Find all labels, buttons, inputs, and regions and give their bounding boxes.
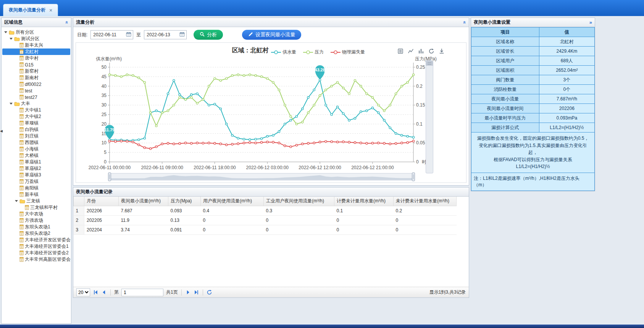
settings-panel-header: 夜间最小流量设置 »: [471, 18, 595, 27]
tree-node-G15[interactable]: G15: [2, 61, 70, 68]
tree-node-三龙镇[interactable]: 三龙镇: [2, 198, 70, 204]
records-cell: 0: [201, 225, 264, 234]
tree-node-大中镇1[interactable]: 大中镇1: [2, 107, 70, 113]
svg-text:25: 25: [102, 112, 107, 117]
expand-right-icon[interactable]: »: [589, 19, 592, 25]
tree-node-大中农场[interactable]: 大中农场: [2, 211, 70, 217]
tree-node-大丰[interactable]: 大丰: [2, 100, 70, 107]
tree-node-test[interactable]: test: [2, 87, 70, 94]
settings-row: 夜间最小流量7.687m³/h: [471, 94, 595, 104]
expand-arrow-icon[interactable]: [15, 199, 18, 203]
tree-node-草庙镇3[interactable]: 草庙镇3: [2, 172, 70, 178]
calendar-icon[interactable]: [179, 32, 185, 38]
tree-node-大丰港经开区管委会1[interactable]: 大丰港经开区管委会1: [2, 243, 70, 250]
date-to-input[interactable]: 2022-06-13: [144, 30, 187, 39]
settings-label: 夜间最小流量: [471, 94, 539, 104]
settings-label: 区域用户: [471, 56, 539, 66]
pager-separator: [181, 289, 182, 296]
records-row[interactable]: 32022043.740.0910000: [74, 225, 457, 234]
settings-label: 夜间最小流量时间: [471, 104, 539, 113]
svg-text:0.05: 0.05: [416, 140, 425, 145]
tree-node-label: 新窑村: [25, 68, 39, 74]
tree-node-label: 三龙镇和平村: [30, 204, 58, 211]
tree-node-白驹镇[interactable]: 白驹镇: [2, 126, 70, 133]
settings-value: 3个: [539, 75, 594, 85]
tree-node-方强农场[interactable]: 方强农场: [2, 217, 70, 224]
tree-node-北虹村[interactable]: 北虹村: [2, 48, 70, 55]
first-page-button[interactable]: [93, 289, 98, 295]
tree-node-label: 唐中村: [25, 55, 39, 61]
settings-value: 689人: [539, 56, 594, 66]
page-number-input[interactable]: [121, 289, 163, 296]
tree-node-新南村[interactable]: 新南村: [2, 74, 70, 81]
tree-node-三龙镇和平村[interactable]: 三龙镇和平村: [2, 204, 70, 211]
document-icon: [19, 153, 24, 158]
tree-node-label: df00022: [25, 82, 41, 87]
tree-node-草庙镇2[interactable]: 草庙镇2: [2, 165, 70, 172]
settings-value: 7.687m³/h: [539, 94, 594, 104]
tree-node-刘庄镇[interactable]: 刘庄镇: [2, 133, 70, 139]
records-table-wrap: 月份夜间最小流量(m³/h)压力(Mpa)用户夜间使用流量(m³/h)工业用户夜…: [73, 197, 469, 287]
tree-node-df00022[interactable]: df00022: [2, 81, 70, 87]
analyze-button[interactable]: 分析: [194, 30, 223, 40]
settings-col-value: 值: [539, 27, 594, 37]
expand-arrow-icon[interactable]: [4, 31, 8, 34]
records-cell: 0.3: [264, 206, 334, 215]
to-label: 至: [136, 32, 141, 38]
tree-node-test27[interactable]: test27: [2, 94, 70, 100]
calendar-icon[interactable]: [126, 32, 131, 38]
leak-description: 漏损指数会发生变化，固定的漏损口漏损指数约为0.5， 变化的漏口漏损指数约为1.…: [471, 132, 595, 173]
tree-node-唐中村[interactable]: 唐中村: [2, 55, 70, 61]
tree-node-东坝头农场2[interactable]: 东坝头农场2: [2, 230, 70, 237]
prev-page-button[interactable]: [101, 289, 107, 295]
records-cell: 0.2: [394, 206, 457, 215]
tree-node-所有分区[interactable]: 所有分区: [2, 29, 70, 36]
next-page-button[interactable]: [185, 289, 191, 295]
tree-node-南阳镇[interactable]: 南阳镇: [2, 185, 70, 191]
tree-node-万盈镇[interactable]: 万盈镇: [2, 178, 70, 185]
tree-node-草堰镇[interactable]: 草堰镇: [2, 120, 70, 126]
collapse-up-icon[interactable]: «: [462, 21, 468, 24]
settings-value: 0.093mPa: [539, 113, 594, 123]
document-icon: [19, 88, 24, 93]
page-size-select[interactable]: 20: [76, 288, 90, 296]
tree-node-大丰港经开区管委会2[interactable]: 大丰港经开区管委会2: [2, 250, 70, 256]
y-zoom-handle[interactable]: [426, 61, 433, 66]
x-zoom-slider[interactable]: [110, 173, 413, 180]
tab-close-icon[interactable]: ×: [49, 7, 52, 13]
set-button-label: 设置夜间最小流量: [255, 31, 295, 38]
settings-row: 阀门数量3个: [471, 75, 595, 85]
last-page-button[interactable]: [194, 289, 199, 295]
svg-text:2022-06-12 03:00:00: 2022-06-12 03:00:00: [246, 165, 289, 170]
date-from-input[interactable]: 2022-06-11: [90, 30, 133, 39]
y-zoom-slider[interactable]: [426, 60, 433, 173]
svg-text:2022-06-11 09:00:00: 2022-06-11 09:00:00: [141, 165, 183, 170]
pager-separator: [110, 289, 111, 296]
expand-arrow-icon[interactable]: [9, 37, 13, 41]
set-night-min-flow-button[interactable]: 设置夜间最小流量: [242, 30, 301, 40]
tree-node-新丰镇[interactable]: 新丰镇: [2, 191, 70, 198]
refresh-icon[interactable]: [207, 289, 212, 295]
tree-node-新窑村[interactable]: 新窑村: [2, 68, 70, 74]
document-icon: [19, 218, 24, 223]
tab-night-min-flow-analysis[interactable]: 夜间最小流量分析 ×: [3, 4, 58, 16]
tree-node-草庙镇1[interactable]: 草庙镇1: [2, 159, 70, 165]
expand-arrow-icon[interactable]: [9, 102, 13, 106]
tree-node-测试分区[interactable]: 测试分区: [2, 36, 70, 42]
tree-node-西团镇[interactable]: 西团镇: [2, 139, 70, 146]
document-icon: [19, 43, 24, 48]
tree-node-label: test27: [25, 95, 37, 100]
tree-node-大中镇2[interactable]: 大中镇2: [2, 113, 70, 120]
records-row[interactable]: 220220511.90.130000: [74, 215, 457, 225]
records-column-header: 用户夜间使用流量(m³/h): [201, 197, 264, 206]
collapse-up-icon[interactable]: «: [64, 21, 70, 24]
records-row[interactable]: 12022067.6870.0930.40.30.10.2: [74, 206, 457, 215]
tree-node-新丰太兴[interactable]: 新丰太兴: [2, 42, 70, 48]
tree-node-大桥镇[interactable]: 大桥镇: [2, 152, 70, 159]
tree-node-东坝头农场1[interactable]: 东坝头农场1: [2, 224, 70, 230]
tree-node-小海镇[interactable]: 小海镇: [2, 146, 70, 152]
sidebar-collapse-handle[interactable]: ◀: [0, 129, 3, 133]
tree-node-大丰经济开发区管委会[interactable]: 大丰经济开发区管委会: [2, 237, 70, 243]
tree-node-大丰常州高新区管委会[interactable]: 大丰常州高新区管委会: [2, 256, 70, 263]
document-icon: [19, 56, 24, 61]
